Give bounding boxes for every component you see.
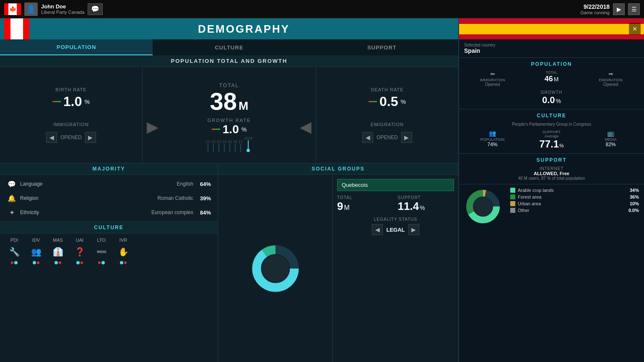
support-pop-pct: 74% (487, 142, 497, 147)
pop-left: BIRTH RATE 1.0% IMMIGRATION ◀ OPENED ▶ (0, 67, 143, 163)
chat-icon[interactable]: 💬 (88, 3, 103, 15)
land-donut (464, 188, 506, 227)
tab-population[interactable]: POPULATION (0, 39, 153, 55)
forward-btn[interactable]: ▶ (613, 3, 625, 15)
internet-info: INTERNET ALLOWED, Free 40 M users, 87 % … (464, 166, 639, 181)
tab-culture[interactable]: CULTURE (153, 39, 305, 55)
demography-header: DEMOGRAPHY (0, 18, 458, 39)
mas-dot (55, 261, 58, 264)
sidebar-growth: GROWTH 0.0 % (464, 90, 639, 106)
demography-flag (4, 18, 29, 39)
social-support-label: SUPPORT (398, 195, 454, 200)
ivr-icon: ✋ (116, 244, 131, 259)
legal-next[interactable]: ▶ (408, 224, 419, 235)
idv-icon: 👥 (29, 244, 44, 259)
majority-panel: MAJORITY 💬 Language English 64% 🔔 Religi… (0, 163, 218, 362)
birth-rate-row: 1.0% (52, 94, 90, 109)
pop-total-area: BIRTH RATE 1.0% IMMIGRATION ◀ OPENED ▶ (0, 67, 458, 163)
tl-2011: 11 (206, 140, 210, 152)
death-rate-unit: % (401, 98, 406, 105)
growth-rate-unit: % (242, 126, 247, 133)
immigration-label: IMMIGRATION (53, 122, 89, 127)
birth-rate-value: 1.0 (63, 94, 82, 109)
birth-rate-unit: % (85, 98, 90, 105)
tl-2016: 16 (233, 140, 237, 152)
birth-rate-label: BIRTH RATE (55, 87, 86, 92)
urban-label: Urban area (518, 201, 627, 206)
emigration-next[interactable]: ▶ (401, 132, 412, 143)
urban-color (510, 201, 515, 206)
top-bar-right: 9/22/2018 Game running ▶ ☰ (580, 3, 640, 15)
emigration-row: ◀ OPENED ▶ (362, 132, 412, 143)
ivr-dot (120, 261, 123, 264)
support-avg-value-row: 77.1 % (539, 138, 564, 150)
tab-support[interactable]: SUPPORT (306, 39, 458, 55)
sidebar-population-section: POPULATION ⬅ IMMIGRATION Opened TOTAL 46… (459, 58, 644, 109)
social-panel: SOCIAL GROUPS (218, 163, 458, 362)
ethnicity-label: Ethnicity (20, 209, 54, 215)
section-pop-title: POPULATION TOTAL AND GROWTH (0, 55, 458, 67)
tl-2017: 17 (239, 140, 243, 152)
social-total: TOTAL 9 M (337, 195, 394, 213)
sidebar-imm-status: Opened (485, 82, 500, 87)
sidebar-pop-title: POPULATION (464, 61, 639, 67)
sidebar-em-label: EMIGRATION (599, 78, 622, 82)
sidebar-pop-grid: ⬅ IMMIGRATION Opened TOTAL 46 M ➡ EMIGRA… (464, 70, 639, 87)
selected-country-info: Selected country Spain (459, 39, 644, 58)
legal-prev[interactable]: ◀ (372, 224, 383, 235)
social-right: Quebecois TOTAL 9 M (332, 175, 458, 362)
pdi-dot (14, 261, 18, 264)
sidebar-growth-label: GROWTH (464, 90, 639, 95)
selected-label: Selected country (464, 43, 639, 47)
support-pop-label: Population (480, 137, 504, 142)
menu-btn[interactable]: ☰ (628, 3, 640, 15)
sidebar-total-label: TOTAL (545, 70, 557, 75)
legal-label: LEGALITY STATUS (374, 217, 417, 222)
culture-lto: LTO ➖ (94, 238, 109, 264)
game-status: Game running (580, 10, 610, 15)
support-avg-unit: % (559, 143, 564, 149)
other-label: Other (518, 208, 626, 213)
pop-right: DEATH RATE 0.5% EMIGRATION ◀ OPENED ▶ (316, 67, 458, 163)
canada-flag (4, 3, 21, 15)
sidebar-total-value: 46 (545, 75, 553, 83)
legal-section: LEGALITY STATUS ◀ LEGAL ▶ (337, 217, 454, 235)
support-grid: 👥 Population 74% SUPPORT Average 77.1 % … (464, 130, 639, 150)
immigration-prev[interactable]: ◀ (46, 132, 57, 143)
other-color (510, 208, 515, 213)
language-icon: 💬 (7, 179, 17, 189)
land-forest: Forest area 36% (510, 194, 639, 199)
emigration-status: OPENED (377, 134, 398, 140)
selected-country-name: Spain (464, 47, 639, 54)
tl-2013: 13 (217, 140, 221, 152)
growth-rate-label: GROWTH RATE (208, 118, 251, 123)
culture-ivr: IVR ✋ (116, 238, 131, 264)
top-bar-left: 👤 John Doe Liberal Party Canada 💬 (4, 3, 103, 16)
land-use-section: Arable crop lands 34% Forest area 36% Ur… (459, 184, 644, 230)
sidebar-growth-value-row: 0.0 % (464, 95, 639, 106)
internet-desc: 40 M users, 87 % of total population (464, 176, 639, 181)
tl-2018: 2018 (244, 136, 252, 152)
growth-rate-indicator (212, 129, 220, 130)
social-support-unit: % (420, 204, 425, 211)
culture-pdi: PDI 🔧 (7, 238, 22, 264)
close-btn[interactable]: × (629, 23, 641, 35)
game-date: 9/22/2018 (584, 3, 610, 10)
sidebar-culture-title: CULTURE (464, 113, 639, 119)
emigration-prev[interactable]: ◀ (362, 132, 373, 143)
death-rate-indicator (369, 101, 377, 102)
sidebar-em-status: Opened (603, 82, 618, 87)
sidebar-emigration: ➡ EMIGRATION Opened (582, 70, 639, 87)
forest-label: Forest area (518, 194, 627, 199)
immigration-next[interactable]: ▶ (85, 132, 96, 143)
emigration-label: EMIGRATION (371, 122, 404, 127)
lto-icon: ➖ (94, 244, 109, 259)
majority-religion: 🔔 Religion Roman Catholic 39% (7, 193, 211, 203)
ethnicity-icon: ✦ (7, 207, 17, 217)
culture-sub-section: CULTURE PDI 🔧 IDV (0, 222, 218, 269)
donut-chart (250, 243, 301, 294)
demography-title: DEMOGRAPHY (29, 23, 458, 36)
land-other: Other 0.0% (510, 208, 639, 213)
mas-icon: 👔 (50, 244, 65, 259)
right-sidebar: × Selected country Spain POPULATION ⬅ IM… (458, 18, 644, 362)
